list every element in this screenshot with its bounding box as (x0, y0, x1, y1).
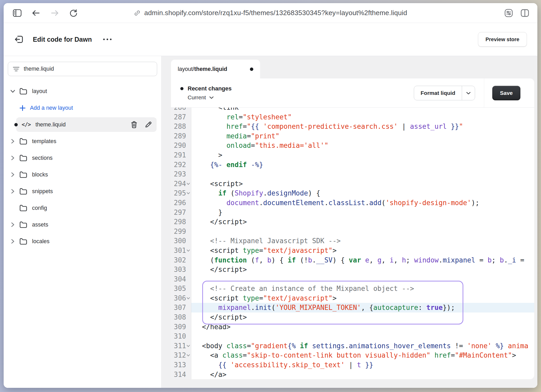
fold-icon[interactable] (186, 351, 190, 360)
file-sidebar: layoutAdd a new layout</>theme.liquidtem… (4, 56, 162, 388)
sidebar-item-label: theme.liquid (35, 121, 66, 128)
tab-theme-liquid[interactable]: layout/theme.liquid (171, 60, 260, 79)
line-number-310: 310 (171, 332, 191, 341)
fold-icon[interactable] (186, 179, 190, 189)
line-number-302: 302 (171, 255, 191, 265)
sidebar-item-theme-liquid[interactable]: </>theme.liquid (4, 116, 161, 133)
code-line-291[interactable]: > (202, 150, 534, 160)
sidebar-item-add-a-new-layout[interactable]: Add a new layout (4, 100, 161, 116)
code-line-298[interactable]: </script> (202, 217, 534, 227)
fold-spacer (186, 150, 190, 160)
chevron-down-icon[interactable] (10, 89, 16, 93)
code-line-309[interactable]: </head> (202, 322, 534, 332)
code-line-304[interactable] (202, 274, 534, 284)
sidebar-item-assets[interactable]: assets (4, 216, 161, 233)
file-search-input[interactable] (24, 66, 152, 72)
chevron-right-icon[interactable] (10, 139, 16, 144)
code-line-296[interactable]: document.documentElement.classList.add('… (202, 198, 534, 208)
format-liquid-caret[interactable] (462, 86, 475, 100)
code-lines[interactable]: <link rel="stylesheet" href="{{ 'compone… (191, 108, 534, 379)
fold-spacer (186, 274, 190, 284)
code-line-313[interactable]: {{ 'accessibility.skip_to_text' | t }} (202, 360, 534, 370)
more-actions-button[interactable] (103, 39, 112, 40)
exit-editor-icon (14, 35, 24, 44)
sidebar-item-sections[interactable]: sections (4, 150, 161, 166)
code-line-303[interactable]: </script> (202, 265, 534, 274)
save-button[interactable]: Save (492, 86, 520, 100)
back-icon[interactable] (30, 7, 42, 19)
folder-icon (19, 138, 27, 145)
editor-header: Recent changes Current Format liquid (171, 78, 534, 108)
code-line-287[interactable]: rel="stylesheet" (202, 112, 534, 122)
code-line-293[interactable] (202, 169, 534, 179)
fold-icon[interactable] (186, 293, 190, 303)
fold-icon[interactable] (186, 246, 190, 255)
file-search-box[interactable] (8, 62, 157, 76)
format-liquid-button[interactable]: Format liquid (414, 86, 475, 100)
code-line-288[interactable]: href="{{ 'component-predictive-search.cs… (202, 122, 534, 131)
line-number-287: 287 (171, 112, 191, 122)
chevron-right-icon[interactable] (10, 222, 16, 227)
code-line-292[interactable]: {%- endif -%} (202, 160, 534, 170)
chevron-right-icon[interactable] (10, 189, 16, 194)
sidebar-item-label: blocks (32, 172, 48, 178)
code-line-289[interactable]: media="print" (202, 131, 534, 141)
code-line-294[interactable]: <script> (202, 179, 534, 189)
forward-icon (49, 7, 60, 19)
code-line-312[interactable]: <a class="skip-to-content-link button vi… (202, 351, 534, 360)
fold-spacer (186, 313, 190, 322)
code-line-286[interactable]: <link (202, 108, 534, 112)
chevron-right-icon[interactable] (10, 155, 16, 161)
sidebar-item-templates[interactable]: templates (4, 133, 161, 150)
sidebar-toggle-icon[interactable] (11, 7, 23, 19)
sidebar-item-locales[interactable]: locales (4, 233, 161, 250)
browser-toolbar: admin.shopify.com/store/rzq1xu-f5/themes… (4, 3, 537, 23)
code-editor[interactable]: 2862872882892902912922932942952962972982… (171, 108, 534, 379)
sidebar-item-label: Add a new layout (30, 105, 73, 111)
sidebar-item-config[interactable]: config (4, 200, 161, 216)
fold-spacer (186, 322, 190, 332)
sidebar-item-blocks[interactable]: blocks (4, 166, 161, 183)
split-view-icon[interactable] (520, 9, 530, 17)
line-number-292: 292 (171, 160, 191, 170)
exit-editor-button[interactable] (14, 35, 24, 44)
sidebar-item-snippets[interactable]: snippets (4, 183, 161, 200)
line-number-308: 308 (171, 313, 191, 322)
code-line-290[interactable]: onload="this.media='all'" (202, 141, 534, 150)
fold-icon[interactable] (186, 188, 190, 198)
sidebar-item-layout[interactable]: layout (4, 83, 161, 100)
line-number-311: 311 (171, 341, 191, 351)
browser-settings-icon[interactable] (504, 8, 513, 18)
fold-icon[interactable] (186, 341, 190, 351)
fold-spacer (186, 227, 190, 236)
reload-icon[interactable] (68, 7, 79, 19)
line-number-303: 303 (171, 265, 191, 274)
code-icon: </> (22, 121, 31, 128)
code-line-300[interactable]: <!-- Mixpanel Javascript SDK --> (202, 236, 534, 246)
edit-icon[interactable] (145, 121, 152, 128)
folder-icon (19, 238, 27, 245)
line-number-295: 295 (171, 188, 191, 198)
chevron-right-icon[interactable] (10, 239, 16, 244)
desktop: { "browser": { "url": "admin.shopify.com… (0, 0, 541, 392)
code-line-311[interactable]: <body class="gradient{% if settings.anim… (202, 341, 534, 351)
code-line-297[interactable]: } (202, 208, 534, 217)
delete-icon[interactable] (131, 121, 138, 128)
code-line-308[interactable]: </script> (202, 313, 534, 322)
code-line-307[interactable]: mixpanel.init('YOUR_MIXPANEL_TOKEN', {au… (191, 303, 534, 313)
code-line-301[interactable]: <script type="text/javascript"> (202, 246, 534, 255)
code-line-305[interactable]: <!-- Create an instance of the Mixpanel … (202, 284, 534, 293)
code-line-306[interactable]: <script type="text/javascript"> (202, 293, 534, 303)
version-dropdown[interactable]: Current (188, 94, 232, 101)
chevron-right-icon[interactable] (10, 172, 16, 177)
code-line-295[interactable]: if (Shopify.designMode) { (202, 188, 534, 198)
preview-store-button[interactable]: Preview store (478, 32, 527, 47)
code-line-314[interactable]: </a> (202, 370, 534, 379)
code-line-302[interactable]: (function (f, b) { if (!b.__SV) { var e,… (202, 255, 534, 265)
address-bar[interactable]: admin.shopify.com/store/rzq1xu-f5/themes… (134, 9, 407, 17)
fold-spacer (186, 303, 190, 313)
modified-dot (14, 123, 18, 126)
code-line-299[interactable] (202, 227, 534, 236)
code-line-310[interactable] (202, 332, 534, 341)
folder-icon (19, 188, 27, 195)
